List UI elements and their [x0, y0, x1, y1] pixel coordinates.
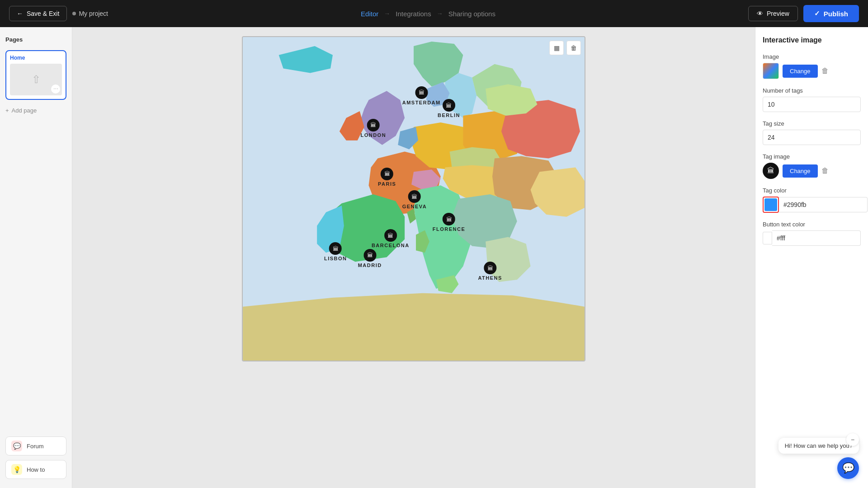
canvas-area: 🏛 AMSTERDAM 🏛 LONDON 🏛 BERLIN 🏛 PARIS 🏛 … [72, 27, 755, 488]
nav-arrow-1: → [384, 10, 390, 17]
howto-button[interactable]: 💡 How to [5, 460, 66, 479]
city-pin-berlin[interactable]: 🏛 BERLIN [438, 99, 460, 118]
topbar-center: Editor → Integrations → Sharing options [361, 10, 495, 18]
city-label: MADRID [358, 263, 382, 268]
city-pin-paris[interactable]: 🏛 PARIS [378, 168, 396, 187]
pin-icon: 🏛 [363, 249, 376, 262]
tag-color-row [763, 197, 861, 213]
city-pin-florence[interactable]: 🏛 FLORENCE [433, 213, 466, 232]
pin-icon: 🏛 [484, 262, 496, 274]
city-label: BARCELONA [372, 243, 410, 248]
city-label: PARIS [378, 181, 396, 187]
city-label: LONDON [360, 132, 386, 138]
save-exit-button[interactable]: ← Save & Exit [9, 6, 67, 21]
pages-title: Pages [5, 36, 66, 43]
save-exit-label: Save & Exit [27, 10, 59, 17]
publish-button[interactable]: ✓ Publish [803, 5, 859, 22]
tag-color-input[interactable] [779, 197, 868, 212]
chat-open-button[interactable]: 💬 [837, 457, 859, 479]
sidebar-tools: 💬 Forum 💡 How to [5, 436, 66, 479]
chat-minimize-button[interactable]: − [846, 433, 859, 446]
image-label: Image [763, 53, 861, 60]
plus-icon: + [5, 107, 9, 114]
topbar-left: ← Save & Exit My project [9, 6, 108, 21]
pin-icon: 🏛 [329, 242, 342, 255]
delete-button[interactable]: 🗑 [566, 41, 581, 55]
city-pin-amsterdam[interactable]: 🏛 AMSTERDAM [402, 86, 441, 105]
topbar: ← Save & Exit My project Editor → Integr… [0, 0, 868, 27]
city-label: ATHENS [478, 275, 502, 281]
tag-size-field-group: Tag size [763, 120, 861, 145]
image-row: Change 🗑 [763, 63, 861, 79]
page-card-title: Home [10, 55, 62, 61]
sidebar: Pages Home ⇧ ⋯ + Add page 💬 Forum 💡 How … [0, 27, 72, 488]
pin-icon: 🏛 [384, 229, 397, 242]
page-card-home[interactable]: Home ⇧ ⋯ [5, 50, 66, 100]
forum-label: Forum [27, 443, 44, 450]
pin-icon: 🏛 [408, 190, 421, 203]
tag-image-label: Tag image [763, 153, 861, 160]
forum-icon: 💬 [11, 441, 22, 451]
duplicate-button[interactable]: ▦ [549, 41, 564, 55]
nav-sharing[interactable]: Sharing options [448, 10, 495, 18]
image-thumb-inner [763, 63, 778, 79]
btn-color-input[interactable] [772, 230, 861, 246]
nav-integrations[interactable]: Integrations [396, 10, 431, 18]
forum-button[interactable]: 💬 Forum [5, 436, 66, 455]
city-pin-lisbon[interactable]: 🏛 LISBON [324, 242, 347, 261]
city-label: BERLIN [438, 113, 460, 118]
btn-color-field-group: Button text color [763, 221, 861, 246]
city-pin-geneva[interactable]: 🏛 GENEVA [402, 190, 427, 209]
pin-icon: 🏛 [381, 168, 393, 180]
btn-color-row [763, 230, 861, 246]
tag-image-field-group: Tag image 🏛 Change 🗑 [763, 153, 861, 179]
tag-change-button[interactable]: Change [783, 164, 818, 178]
tag-icon-preview: 🏛 [763, 163, 779, 179]
tag-size-label: Tag size [763, 120, 861, 127]
back-arrow-icon: ← [17, 10, 23, 17]
publish-label: Publish [824, 10, 848, 18]
nav-editor[interactable]: Editor [361, 10, 378, 18]
howto-icon: 💡 [11, 464, 22, 475]
pin-icon: 🏛 [443, 99, 455, 112]
page-options-button[interactable]: ⋯ [51, 84, 60, 94]
tag-color-swatch[interactable] [764, 198, 777, 211]
add-page-label: Add page [12, 107, 37, 114]
city-pin-london[interactable]: 🏛 LONDON [360, 119, 386, 138]
chat-bubble-container: Hi! How can we help you? − [778, 438, 859, 454]
city-label: AMSTERDAM [402, 100, 441, 105]
project-dot-icon [72, 12, 76, 15]
city-label: LISBON [324, 256, 347, 261]
image-delete-button[interactable]: 🗑 [821, 67, 829, 75]
preview-label: Preview [767, 10, 789, 17]
btn-color-swatch[interactable] [763, 232, 772, 244]
project-name: My project [72, 10, 108, 17]
pin-icon: 🏛 [443, 213, 455, 225]
image-change-button[interactable]: Change [783, 65, 818, 78]
add-page-button[interactable]: + Add page [5, 107, 66, 114]
image-thumbnail [763, 63, 779, 79]
canvas-controls: ▦ 🗑 [549, 41, 581, 55]
eye-icon: 👁 [757, 10, 763, 17]
city-pin-barcelona[interactable]: 🏛 BARCELONA [372, 229, 410, 248]
pin-icon: 🏛 [367, 119, 380, 131]
panel-title: Interactive image [763, 36, 861, 44]
num-tags-field-group: Number of tags [763, 87, 861, 112]
nav-arrow-2: → [437, 10, 443, 17]
chat-icon: 💬 [842, 462, 854, 474]
tag-delete-button[interactable]: 🗑 [821, 167, 829, 175]
tag-size-input[interactable] [763, 130, 861, 145]
city-label: FLORENCE [433, 226, 466, 232]
main-layout: Pages Home ⇧ ⋯ + Add page 💬 Forum 💡 How … [0, 27, 868, 488]
city-pin-madrid[interactable]: 🏛 MADRID [358, 249, 382, 268]
num-tags-input[interactable] [763, 97, 861, 112]
image-field-group: Image Change 🗑 [763, 53, 861, 79]
city-label: GENEVA [402, 204, 427, 209]
map-container[interactable]: 🏛 AMSTERDAM 🏛 LONDON 🏛 BERLIN 🏛 PARIS 🏛 … [242, 36, 585, 361]
city-pin-athens[interactable]: 🏛 ATHENS [478, 262, 502, 281]
chat-widget: Hi! How can we help you? − 💬 [778, 438, 859, 479]
btn-color-label: Button text color [763, 221, 861, 228]
tag-image-row: 🏛 Change 🗑 [763, 163, 861, 179]
preview-button[interactable]: 👁 Preview [748, 6, 798, 21]
page-thumbnail: ⇧ ⋯ [10, 64, 62, 95]
